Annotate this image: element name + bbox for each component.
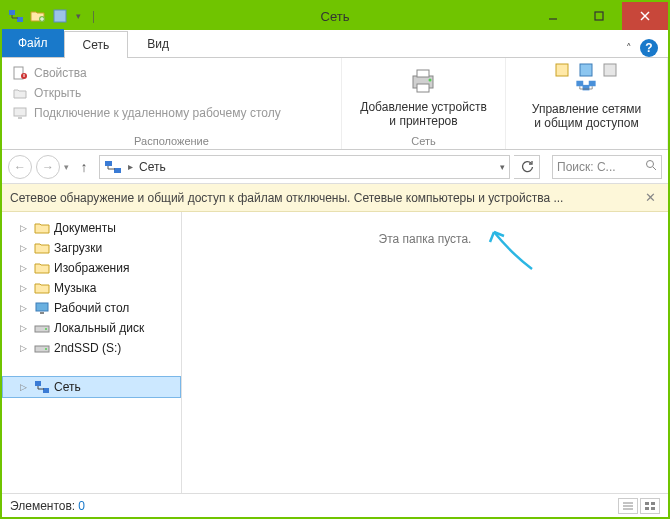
up-button[interactable]: ↑ xyxy=(73,159,95,175)
new-folder-icon[interactable] xyxy=(30,8,46,24)
svg-rect-23 xyxy=(114,168,121,173)
network-sharing-button[interactable]: Управление сетями и общим доступом xyxy=(522,60,651,131)
svg-point-29 xyxy=(45,328,47,330)
svg-rect-5 xyxy=(595,12,603,20)
expand-icon[interactable]: ▷ xyxy=(20,223,30,233)
recent-dropdown[interactable]: ▾ xyxy=(64,162,69,172)
expand-icon[interactable]: ▷ xyxy=(20,382,30,392)
notification-bar[interactable]: Сетевое обнаружение и общий доступ к фай… xyxy=(2,184,668,212)
address-dropdown-icon[interactable]: ▾ xyxy=(500,162,505,172)
printer-icon xyxy=(407,64,439,96)
ribbon-group-label: Расположение xyxy=(8,134,335,149)
tree-item-network[interactable]: ▷ Сеть xyxy=(2,376,181,398)
svg-rect-18 xyxy=(604,64,616,76)
svg-point-31 xyxy=(45,348,47,350)
qat-dropdown-icon[interactable]: ▾ xyxy=(74,11,83,21)
expand-icon[interactable]: ▷ xyxy=(20,243,30,253)
svg-rect-37 xyxy=(645,502,649,505)
notification-text: Сетевое обнаружение и общий доступ к фай… xyxy=(10,191,563,205)
folder-icon xyxy=(34,280,50,296)
svg-rect-21 xyxy=(583,85,590,91)
rdp-button[interactable]: Подключение к удаленному рабочему столу xyxy=(8,104,285,122)
svg-line-25 xyxy=(653,167,656,170)
properties-icon xyxy=(12,65,28,81)
help-icon[interactable]: ? xyxy=(640,39,658,57)
properties-button[interactable]: Свойства xyxy=(8,64,285,82)
tree-item-pictures[interactable]: ▷ Изображения xyxy=(2,258,181,278)
expand-icon[interactable]: ▷ xyxy=(20,303,30,313)
titlebar: ▾ │ Сеть xyxy=(2,2,668,30)
tree-item-desktop[interactable]: ▷ Рабочий стол xyxy=(2,298,181,318)
ribbon-group-network: Добавление устройств и принтеров Сеть xyxy=(342,58,506,149)
view-toggles xyxy=(618,498,660,514)
status-count: 0 xyxy=(78,499,85,513)
view-icons-button[interactable] xyxy=(640,498,660,514)
open-icon xyxy=(12,85,28,101)
quick-access-toolbar: ▾ │ xyxy=(2,8,99,24)
drive-icon xyxy=(34,340,50,356)
search-icon xyxy=(645,159,657,174)
svg-rect-13 xyxy=(417,70,429,77)
folder-icon xyxy=(34,220,50,236)
body: ▷ Документы ▷ Загрузки ▷ Изображения ▷ М… xyxy=(2,212,668,493)
desktop-icon xyxy=(34,300,50,316)
svg-rect-11 xyxy=(18,117,22,119)
svg-rect-10 xyxy=(14,108,26,116)
window-controls xyxy=(530,2,668,30)
folder-icon xyxy=(34,240,50,256)
search-input[interactable]: Поиск: С... xyxy=(552,155,662,179)
tab-view[interactable]: Вид xyxy=(128,30,188,57)
expand-icon[interactable]: ▷ xyxy=(20,343,30,353)
expand-icon[interactable]: ▷ xyxy=(20,283,30,293)
mini-icon-row xyxy=(554,62,618,78)
breadcrumb[interactable]: Сеть xyxy=(139,160,166,174)
svg-rect-3 xyxy=(54,10,66,22)
tree-item-ssd[interactable]: ▷ 2ndSSD (S:) xyxy=(2,338,181,358)
ribbon-group-sharing: Управление сетями и общим доступом xyxy=(506,58,668,149)
svg-rect-27 xyxy=(40,312,44,314)
svg-rect-26 xyxy=(36,303,48,311)
breadcrumb-sep[interactable]: ▸ xyxy=(126,161,135,172)
file-tab[interactable]: Файл xyxy=(2,29,64,57)
tree-item-downloads[interactable]: ▷ Загрузки xyxy=(2,238,181,258)
notification-close-icon[interactable]: ✕ xyxy=(641,190,660,205)
maximize-button[interactable] xyxy=(576,2,622,30)
tree-item-localdisk[interactable]: ▷ Локальный диск xyxy=(2,318,181,338)
tree-item-documents[interactable]: ▷ Документы xyxy=(2,218,181,238)
svg-rect-40 xyxy=(651,507,655,510)
network-icon[interactable] xyxy=(8,8,24,24)
close-button[interactable] xyxy=(622,2,668,30)
svg-rect-22 xyxy=(105,161,112,166)
search-placeholder: Поиск: С... xyxy=(557,160,616,174)
app-icon[interactable] xyxy=(52,8,68,24)
view-details-button[interactable] xyxy=(618,498,638,514)
drive-icon xyxy=(34,320,50,336)
status-label: Элементов: xyxy=(10,499,75,513)
forward-button[interactable]: → xyxy=(36,155,60,179)
tab-network[interactable]: Сеть xyxy=(64,31,129,58)
svg-point-15 xyxy=(429,79,432,82)
ribbon-group-location: Свойства Открыть Подключение к удаленном… xyxy=(2,58,342,149)
minimize-button[interactable] xyxy=(530,2,576,30)
add-devices-button[interactable]: Добавление устройств и принтеров xyxy=(350,60,497,129)
navigation-tree[interactable]: ▷ Документы ▷ Загрузки ▷ Изображения ▷ М… xyxy=(2,212,182,493)
qat-customize[interactable]: │ xyxy=(89,11,99,22)
back-button[interactable]: ← xyxy=(8,155,32,179)
svg-point-24 xyxy=(647,161,654,168)
expand-icon[interactable]: ▷ xyxy=(20,323,30,333)
svg-rect-20 xyxy=(589,81,596,87)
svg-rect-19 xyxy=(577,81,584,87)
navbar: ← → ▾ ↑ ▸ Сеть ▾ Поиск: С... xyxy=(2,150,668,184)
network-icon xyxy=(34,379,50,395)
svg-rect-0 xyxy=(9,10,15,15)
open-button[interactable]: Открыть xyxy=(8,84,285,102)
ribbon-group-label: Сеть xyxy=(348,134,499,149)
address-bar[interactable]: ▸ Сеть ▾ xyxy=(99,155,510,179)
ribbon-collapse-icon[interactable]: ˄ xyxy=(626,42,632,55)
expand-icon[interactable]: ▷ xyxy=(20,263,30,273)
sharing-center-icon xyxy=(568,78,604,100)
refresh-button[interactable] xyxy=(514,155,540,179)
network-location-icon xyxy=(104,159,122,175)
tree-item-music[interactable]: ▷ Музыка xyxy=(2,278,181,298)
content-pane: Эта папка пуста. xyxy=(182,212,668,493)
